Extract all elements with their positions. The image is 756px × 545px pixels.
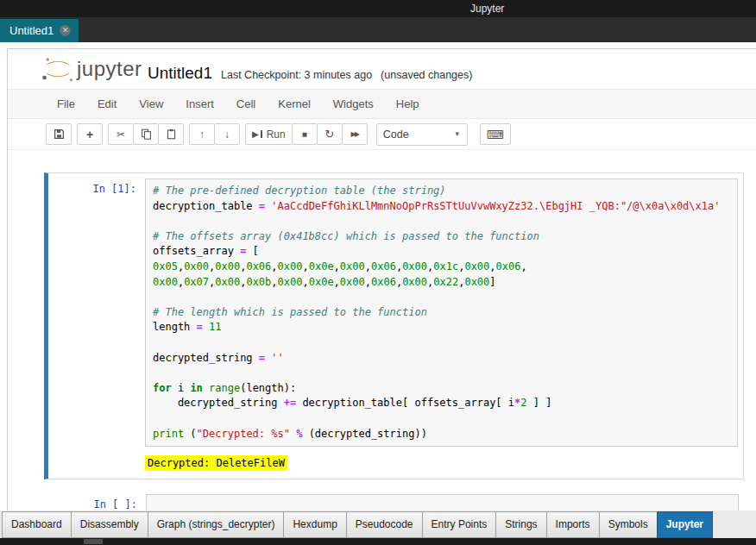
code-token: 'AaCcdDeFfGhiKLlMmnNoOpPrRsSTtUuVvwWxyZz…	[271, 200, 720, 212]
code-token: ,	[489, 260, 495, 272]
code-token: ,	[271, 276, 277, 288]
window-titlebar: Jupyter	[0, 0, 756, 17]
keyboard-shortcuts-button[interactable]: ⌨	[480, 123, 511, 145]
code-token: ,	[365, 276, 371, 288]
move-cell-up-button[interactable]: ↑	[189, 123, 215, 145]
dock-tab-hexdump[interactable]: Hexdump	[283, 511, 346, 538]
code-cell-empty[interactable]: In [ ]:	[44, 494, 744, 511]
restart-run-all-button[interactable]: ▶▶	[342, 123, 368, 145]
code-token: ,	[302, 276, 308, 288]
code-token: ''	[271, 352, 283, 364]
window-tabbar: Untitled1 ✕	[0, 17, 756, 42]
code-token: [	[246, 245, 258, 257]
play-icon: ▶	[252, 129, 259, 139]
add-cell-button[interactable]: +	[77, 123, 103, 145]
code-line: # The offsets array (0x41b8cc) which is …	[153, 229, 730, 245]
code-token: 0x00	[464, 260, 489, 272]
menu-kernel[interactable]: Kernel	[267, 90, 322, 118]
tab-close-icon[interactable]: ✕	[60, 25, 71, 36]
cell-type-value: Code	[383, 128, 409, 141]
interrupt-kernel-button[interactable]: ■	[292, 123, 318, 145]
notebook-header: jupyter Untitled1 Last Checkpoint: 3 min…	[8, 49, 756, 90]
notebook-title[interactable]: Untitled1	[148, 64, 212, 83]
jupyter-logo-icon	[41, 54, 75, 87]
step-bar-icon	[261, 130, 262, 138]
dock-tab-graph-strings-decrypter[interactable]: Graph (strings_decrypter)	[148, 511, 285, 538]
code-token: 0x00	[464, 276, 489, 288]
code-token: 0x0e	[309, 260, 334, 272]
code-line: offsets_array = [	[153, 244, 730, 260]
menu-help[interactable]: Help	[385, 90, 431, 118]
dock-tabbar: DashboardDisassemblyGraph (strings_decry…	[0, 511, 756, 538]
code-token: 0x00	[278, 260, 303, 272]
dock-tab-dashboard[interactable]: Dashboard	[2, 511, 72, 538]
menu-cell[interactable]: Cell	[225, 90, 267, 118]
cut-cell-button[interactable]: ✂	[108, 123, 134, 145]
code-token: 0x06	[371, 276, 396, 288]
code-line: for i in range(length):	[153, 381, 730, 397]
code-token: 0x00	[340, 260, 365, 272]
menu-view[interactable]: View	[128, 90, 174, 118]
code-line: decryption_table = 'AaCcdDeFfGhiKLlMmnNo…	[153, 199, 730, 215]
run-button[interactable]: ▶Run	[245, 123, 293, 145]
code-token: "Decrypted: %s"	[197, 428, 290, 440]
code-token: print	[153, 428, 184, 440]
dock-tab-disassembly[interactable]: Disassembly	[71, 511, 148, 538]
checkpoint-status: Last Checkpoint: 3 minutes ago	[221, 69, 372, 81]
code-token: (length):	[240, 382, 296, 394]
notebook-body: In [1]: # The pre-defined decryption tab…	[8, 150, 756, 511]
code-token: 0x22	[433, 276, 458, 288]
bottom-strip	[0, 538, 756, 545]
code-token: 2	[520, 397, 526, 409]
chevron-down-icon: ▼	[454, 130, 461, 138]
copy-icon	[141, 128, 152, 140]
code-line: decrypted_string += decryption_table[ of…	[153, 396, 730, 411]
cell-type-select[interactable]: Code ▼	[376, 123, 468, 146]
jupyter-notebook-panel: jupyter Untitled1 Last Checkpoint: 3 min…	[7, 48, 756, 511]
code-token: 0x00	[340, 276, 365, 288]
code-token: =	[259, 200, 265, 212]
dock-tab-jupyter[interactable]: Jupyter	[657, 511, 713, 538]
dock-tab-entry-points[interactable]: Entry Points	[422, 511, 497, 538]
restart-icon: ↻	[324, 128, 334, 141]
input-prompt: In [1]:	[48, 179, 145, 195]
jupyter-wordmark: jupyter	[77, 57, 142, 81]
dock-tab-imports[interactable]: Imports	[546, 511, 600, 538]
code-cell-selected[interactable]: In [1]: # The pre-defined decryption tab…	[44, 172, 744, 479]
code-token: ,	[334, 260, 340, 272]
dock-tab-strings[interactable]: Strings	[495, 511, 546, 538]
splitter-handle[interactable]	[84, 539, 103, 544]
keyboard-icon: ⌨	[487, 128, 504, 141]
code-token: 0x0e	[309, 276, 334, 288]
code-token: 0x00	[215, 276, 240, 288]
code-token: 0x07	[184, 276, 209, 288]
code-area[interactable]: # The pre-defined decryption table (the …	[145, 179, 738, 447]
copy-cell-button[interactable]	[133, 123, 159, 145]
output-prompt-spacer	[48, 454, 145, 459]
code-token: ,	[520, 260, 526, 272]
code-line	[153, 214, 730, 229]
code-token: decrypted_string	[153, 397, 284, 409]
code-token: decryption_table[ offsets_array[ i	[296, 397, 514, 409]
menu-edit[interactable]: Edit	[86, 90, 128, 118]
paste-cell-button[interactable]	[158, 123, 184, 145]
menu-widgets[interactable]: Widgets	[322, 90, 385, 118]
dock-tab-pseudocode[interactable]: Pseudocode	[346, 511, 423, 538]
menu-insert[interactable]: Insert	[174, 90, 225, 118]
save-button[interactable]	[46, 123, 72, 145]
menu-file[interactable]: File	[46, 90, 86, 118]
window-tab-label: Untitled1	[9, 24, 54, 37]
code-token: (	[184, 428, 196, 440]
code-token: 0x00	[402, 260, 427, 272]
code-token: 0x0b	[246, 276, 271, 288]
window-tab-untitled1[interactable]: Untitled1 ✕	[0, 19, 79, 42]
code-line: # The pre-defined decryption table (the …	[153, 184, 730, 199]
code-token: 0x06	[246, 260, 271, 272]
code-token: i	[172, 382, 191, 394]
empty-code-area[interactable]	[146, 494, 739, 511]
restart-kernel-button[interactable]: ↻	[317, 123, 343, 145]
code-token: decryption_table	[153, 200, 259, 212]
stop-icon: ■	[302, 129, 307, 139]
move-cell-down-button[interactable]: ↓	[214, 123, 240, 145]
dock-tab-symbols[interactable]: Symbols	[599, 511, 658, 538]
